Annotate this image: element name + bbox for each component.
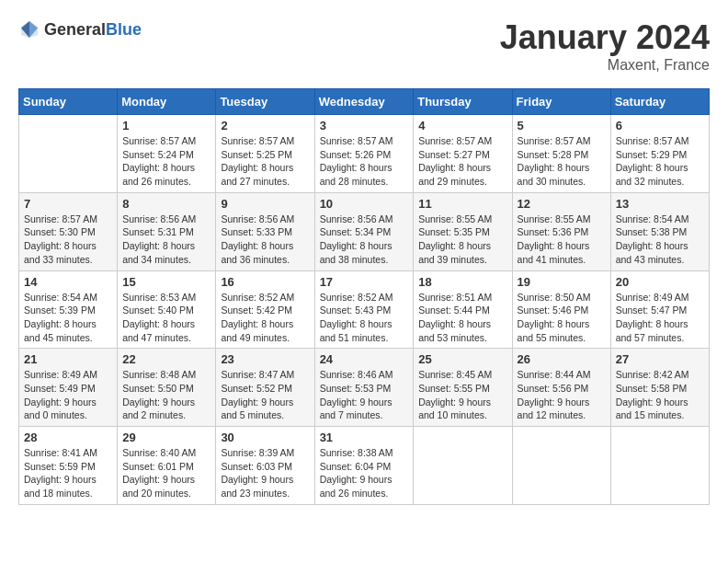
day-info: Sunrise: 8:39 AM Sunset: 6:03 PM Dayligh… [221, 446, 309, 500]
day-number: 17 [320, 275, 409, 289]
day-number: 24 [320, 352, 409, 366]
calendar-cell: 3Sunrise: 8:57 AM Sunset: 5:26 PM Daylig… [314, 115, 414, 193]
calendar-week-row: 21Sunrise: 8:49 AM Sunset: 5:49 PM Dayli… [19, 349, 710, 427]
day-info: Sunrise: 8:56 AM Sunset: 5:31 PM Dayligh… [122, 213, 210, 267]
day-info: Sunrise: 8:40 AM Sunset: 6:01 PM Dayligh… [122, 446, 210, 500]
calendar-cell [512, 427, 610, 505]
day-number: 6 [616, 119, 704, 132]
column-header-wednesday: Wednesday [314, 89, 414, 115]
day-info: Sunrise: 8:56 AM Sunset: 5:33 PM Dayligh… [221, 213, 309, 267]
day-info: Sunrise: 8:54 AM Sunset: 5:39 PM Dayligh… [24, 291, 112, 345]
page-header: GeneralBlue January 2024 Maxent, France [18, 18, 710, 74]
calendar-cell: 23Sunrise: 8:47 AM Sunset: 5:52 PM Dayli… [216, 349, 314, 427]
day-info: Sunrise: 8:45 AM Sunset: 5:55 PM Dayligh… [418, 368, 506, 422]
day-number: 9 [221, 197, 309, 211]
calendar-week-row: 28Sunrise: 8:41 AM Sunset: 5:59 PM Dayli… [19, 427, 710, 505]
day-number: 13 [616, 197, 704, 211]
day-number: 3 [320, 119, 409, 132]
calendar-header-row: SundayMondayTuesdayWednesdayThursdayFrid… [19, 89, 710, 115]
day-info: Sunrise: 8:49 AM Sunset: 5:49 PM Dayligh… [24, 368, 112, 422]
calendar-cell: 28Sunrise: 8:41 AM Sunset: 5:59 PM Dayli… [19, 427, 118, 505]
calendar-cell: 9Sunrise: 8:56 AM Sunset: 5:33 PM Daylig… [216, 192, 314, 270]
day-info: Sunrise: 8:51 AM Sunset: 5:44 PM Dayligh… [418, 291, 506, 345]
calendar-table: SundayMondayTuesdayWednesdayThursdayFrid… [18, 88, 710, 505]
day-number: 29 [122, 431, 210, 444]
calendar-cell: 6Sunrise: 8:57 AM Sunset: 5:29 PM Daylig… [610, 115, 709, 193]
day-number: 28 [24, 431, 112, 444]
day-info: Sunrise: 8:57 AM Sunset: 5:30 PM Dayligh… [24, 213, 112, 267]
column-header-tuesday: Tuesday [216, 89, 314, 115]
location-title: Maxent, France [500, 57, 710, 74]
logo-text-blue: Blue [106, 20, 142, 39]
day-number: 18 [418, 275, 506, 289]
day-info: Sunrise: 8:38 AM Sunset: 6:04 PM Dayligh… [320, 446, 409, 500]
day-number: 1 [122, 119, 210, 132]
day-number: 2 [221, 119, 309, 132]
calendar-cell: 25Sunrise: 8:45 AM Sunset: 5:55 PM Dayli… [414, 349, 512, 427]
calendar-cell: 11Sunrise: 8:55 AM Sunset: 5:35 PM Dayli… [414, 192, 512, 270]
month-title: January 2024 [500, 18, 710, 57]
calendar-cell: 19Sunrise: 8:50 AM Sunset: 5:46 PM Dayli… [512, 270, 610, 349]
day-info: Sunrise: 8:50 AM Sunset: 5:46 PM Dayligh… [518, 291, 606, 345]
day-number: 10 [320, 197, 409, 211]
calendar-cell: 2Sunrise: 8:57 AM Sunset: 5:25 PM Daylig… [216, 115, 314, 193]
day-info: Sunrise: 8:49 AM Sunset: 5:47 PM Dayligh… [616, 291, 704, 345]
calendar-cell: 14Sunrise: 8:54 AM Sunset: 5:39 PM Dayli… [19, 270, 118, 349]
calendar-cell: 18Sunrise: 8:51 AM Sunset: 5:44 PM Dayli… [414, 270, 512, 349]
calendar-cell: 26Sunrise: 8:44 AM Sunset: 5:56 PM Dayli… [512, 349, 610, 427]
day-number: 12 [518, 197, 606, 211]
column-header-monday: Monday [118, 89, 216, 115]
day-info: Sunrise: 8:57 AM Sunset: 5:28 PM Dayligh… [518, 134, 606, 189]
logo-text-general: General [44, 20, 106, 39]
calendar-cell: 27Sunrise: 8:42 AM Sunset: 5:58 PM Dayli… [610, 349, 709, 427]
calendar-week-row: 1Sunrise: 8:57 AM Sunset: 5:24 PM Daylig… [19, 115, 710, 193]
column-header-thursday: Thursday [414, 89, 512, 115]
day-info: Sunrise: 8:57 AM Sunset: 5:24 PM Dayligh… [122, 134, 210, 189]
day-info: Sunrise: 8:41 AM Sunset: 5:59 PM Dayligh… [24, 446, 112, 500]
calendar-cell: 4Sunrise: 8:57 AM Sunset: 5:27 PM Daylig… [414, 115, 512, 193]
day-number: 5 [518, 119, 606, 132]
title-block: January 2024 Maxent, France [500, 18, 710, 74]
calendar-cell: 15Sunrise: 8:53 AM Sunset: 5:40 PM Dayli… [118, 270, 216, 349]
calendar-week-row: 14Sunrise: 8:54 AM Sunset: 5:39 PM Dayli… [19, 270, 710, 349]
calendar-cell: 21Sunrise: 8:49 AM Sunset: 5:49 PM Dayli… [19, 349, 118, 427]
calendar-week-row: 7Sunrise: 8:57 AM Sunset: 5:30 PM Daylig… [19, 192, 710, 270]
column-header-friday: Friday [512, 89, 610, 115]
day-number: 23 [221, 352, 309, 366]
day-info: Sunrise: 8:57 AM Sunset: 5:25 PM Dayligh… [221, 134, 309, 189]
day-info: Sunrise: 8:54 AM Sunset: 5:38 PM Dayligh… [616, 213, 704, 267]
day-number: 7 [24, 197, 112, 211]
day-info: Sunrise: 8:57 AM Sunset: 5:27 PM Dayligh… [418, 134, 506, 189]
day-info: Sunrise: 8:57 AM Sunset: 5:29 PM Dayligh… [616, 134, 704, 189]
day-number: 27 [616, 352, 704, 366]
calendar-cell: 12Sunrise: 8:55 AM Sunset: 5:36 PM Dayli… [512, 192, 610, 270]
day-number: 22 [122, 352, 210, 366]
calendar-cell [610, 427, 709, 505]
day-number: 30 [221, 431, 309, 444]
calendar-cell: 20Sunrise: 8:49 AM Sunset: 5:47 PM Dayli… [610, 270, 709, 349]
column-header-sunday: Sunday [19, 89, 118, 115]
calendar-cell: 5Sunrise: 8:57 AM Sunset: 5:28 PM Daylig… [512, 115, 610, 193]
calendar-cell: 8Sunrise: 8:56 AM Sunset: 5:31 PM Daylig… [118, 192, 216, 270]
day-number: 21 [24, 352, 112, 366]
calendar-cell: 13Sunrise: 8:54 AM Sunset: 5:38 PM Dayli… [610, 192, 709, 270]
day-info: Sunrise: 8:55 AM Sunset: 5:36 PM Dayligh… [518, 213, 606, 267]
calendar-cell: 16Sunrise: 8:52 AM Sunset: 5:42 PM Dayli… [216, 270, 314, 349]
calendar-cell: 1Sunrise: 8:57 AM Sunset: 5:24 PM Daylig… [118, 115, 216, 193]
calendar-cell: 22Sunrise: 8:48 AM Sunset: 5:50 PM Dayli… [118, 349, 216, 427]
day-number: 15 [122, 275, 210, 289]
calendar-cell: 17Sunrise: 8:52 AM Sunset: 5:43 PM Dayli… [314, 270, 414, 349]
calendar-cell [414, 427, 512, 505]
day-number: 4 [418, 119, 506, 132]
day-number: 16 [221, 275, 309, 289]
day-number: 14 [24, 275, 112, 289]
day-info: Sunrise: 8:42 AM Sunset: 5:58 PM Dayligh… [616, 368, 704, 422]
day-number: 25 [418, 352, 506, 366]
day-number: 31 [320, 431, 409, 444]
calendar-cell: 24Sunrise: 8:46 AM Sunset: 5:53 PM Dayli… [314, 349, 414, 427]
day-number: 11 [418, 197, 506, 211]
day-info: Sunrise: 8:56 AM Sunset: 5:34 PM Dayligh… [320, 213, 409, 267]
day-info: Sunrise: 8:48 AM Sunset: 5:50 PM Dayligh… [122, 368, 210, 422]
day-number: 19 [518, 275, 606, 289]
calendar-cell: 29Sunrise: 8:40 AM Sunset: 6:01 PM Dayli… [118, 427, 216, 505]
